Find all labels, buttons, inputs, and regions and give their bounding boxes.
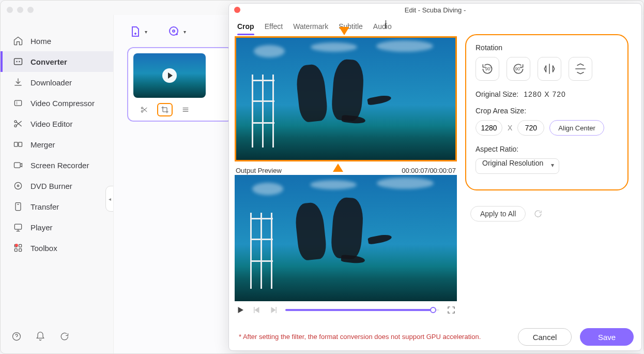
original-size-value: 1280 X 720	[524, 90, 566, 98]
card-actions	[133, 103, 227, 116]
dialog-tabs: Crop Effect Watermark Subtitle Audio	[229, 16, 641, 35]
transfer-icon	[13, 201, 23, 212]
sidebar-item-editor[interactable]: Video Editor	[1, 113, 113, 134]
rotate-cw-button[interactable]: 90°	[507, 57, 530, 81]
timeline-slider[interactable]	[285, 309, 439, 311]
sidebar-collapse-handle[interactable]: ◂	[105, 186, 114, 212]
sidebar-item-converter[interactable]: Converter	[1, 51, 113, 72]
min-dot[interactable]	[17, 7, 23, 13]
sidebar-item-label: Merger	[30, 140, 55, 149]
toolbox-icon	[13, 243, 23, 253]
home-icon	[13, 36, 23, 46]
add-file-button[interactable]: ▾	[129, 25, 147, 38]
svg-rect-0	[14, 58, 22, 65]
sidebar-item-label: Screen Recorder	[30, 161, 89, 170]
crop-area-label: Crop Area Size:	[476, 107, 618, 115]
svg-rect-7	[19, 142, 22, 146]
feedback-icon[interactable]	[58, 331, 70, 342]
flip-vertical-button[interactable]	[569, 57, 592, 81]
add-disc-button[interactable]: ▾	[168, 25, 186, 38]
dialog-title: Edit - Scuba Diving -	[229, 6, 641, 14]
window-controls[interactable]	[7, 7, 34, 13]
flip-horizontal-button[interactable]	[538, 57, 561, 81]
player-icon	[13, 222, 23, 232]
aspect-ratio-select[interactable]: Original Resolution	[476, 158, 559, 174]
dialog-titlebar: Edit - Scuba Diving -	[229, 4, 641, 16]
sidebar-item-label: Player	[30, 223, 53, 232]
output-preview	[235, 175, 457, 301]
svg-rect-24	[276, 307, 277, 313]
rotate-ccw-button[interactable]: 90°	[476, 57, 499, 81]
tab-effect[interactable]: Effect	[265, 19, 283, 35]
download-icon	[13, 77, 23, 87]
sidebar-item-label: Transfer	[30, 202, 59, 211]
sidebar-item-player[interactable]: Player	[1, 217, 113, 238]
sidebar-item-compressor[interactable]: Video Compressor	[1, 93, 113, 113]
recorder-icon	[13, 160, 23, 170]
cancel-button[interactable]: Cancel	[518, 328, 572, 346]
crop-source-preview[interactable]	[235, 36, 457, 161]
svg-rect-3	[14, 100, 21, 106]
crop-width-input[interactable]	[476, 120, 502, 136]
sidebar-item-toolbox[interactable]: Toolbox	[1, 238, 113, 258]
media-card[interactable]	[127, 47, 234, 122]
preview-time: 00:00:07/00:00:07	[402, 167, 456, 174]
apply-row: Apply to All	[470, 206, 543, 222]
trim-button[interactable]	[136, 103, 152, 116]
video-thumbnail[interactable]	[133, 53, 206, 98]
step-forward-button[interactable]	[269, 305, 278, 315]
bottom-tray	[11, 331, 70, 342]
bell-icon[interactable]	[35, 331, 46, 342]
sidebar-item-label: Video Compressor	[30, 99, 95, 108]
svg-rect-15	[14, 249, 17, 252]
gpu-warning-text: * After setting the filter, the format c…	[239, 333, 481, 341]
sidebar-item-label: Home	[30, 37, 51, 46]
save-button[interactable]: Save	[580, 328, 634, 346]
crop-height-input[interactable]	[517, 120, 544, 136]
tab-audio[interactable]: Audio	[373, 19, 392, 35]
sidebar-item-recorder[interactable]: Screen Recorder	[1, 155, 113, 175]
sidebar-item-home[interactable]: Home	[1, 31, 113, 51]
reset-icon[interactable]	[533, 209, 543, 219]
merger-icon	[13, 139, 23, 150]
help-icon[interactable]	[11, 331, 22, 342]
rotation-label: Rotation	[476, 43, 618, 52]
add-disc-icon	[168, 25, 180, 38]
notification-dot	[15, 244, 18, 247]
scissors-icon	[13, 119, 23, 129]
svg-rect-6	[14, 142, 18, 146]
converter-icon	[13, 56, 23, 67]
svg-point-19	[173, 30, 175, 32]
svg-rect-11	[16, 203, 21, 211]
playback-controls	[236, 305, 456, 315]
sidebar-item-dvd[interactable]: DVD Burner	[1, 175, 113, 196]
svg-point-9	[14, 182, 21, 189]
arrow-up-icon	[333, 164, 343, 172]
sidebar-item-merger[interactable]: Merger	[1, 134, 113, 155]
play-button[interactable]	[236, 305, 245, 315]
sidebar-item-transfer[interactable]: Transfer	[1, 196, 113, 217]
svg-rect-8	[14, 163, 21, 168]
chevron-down-icon: ▾	[145, 29, 147, 35]
svg-point-2	[19, 61, 20, 63]
svg-point-10	[17, 185, 19, 186]
align-center-button[interactable]: Align Center	[549, 120, 604, 136]
tab-crop[interactable]: Crop	[237, 19, 254, 35]
dialog-actions: Cancel Save	[518, 328, 634, 346]
svg-rect-12	[14, 224, 21, 229]
x-separator: X	[508, 124, 512, 132]
apply-to-all-button[interactable]: Apply to All	[470, 206, 526, 222]
output-preview-label: Output Preview	[236, 167, 282, 174]
svg-rect-14	[19, 244, 22, 247]
adjust-button[interactable]	[178, 103, 193, 116]
close-dot[interactable]	[7, 7, 13, 13]
step-back-button[interactable]	[252, 305, 262, 315]
fullscreen-button[interactable]	[447, 305, 456, 315]
svg-rect-23	[254, 307, 255, 313]
tab-watermark[interactable]: Watermark	[293, 19, 328, 35]
play-icon[interactable]	[162, 68, 177, 83]
crop-button[interactable]	[157, 103, 173, 116]
sidebar-item-downloader[interactable]: Downloader	[1, 72, 113, 93]
max-dot[interactable]	[27, 7, 34, 13]
compressor-icon	[13, 98, 23, 108]
